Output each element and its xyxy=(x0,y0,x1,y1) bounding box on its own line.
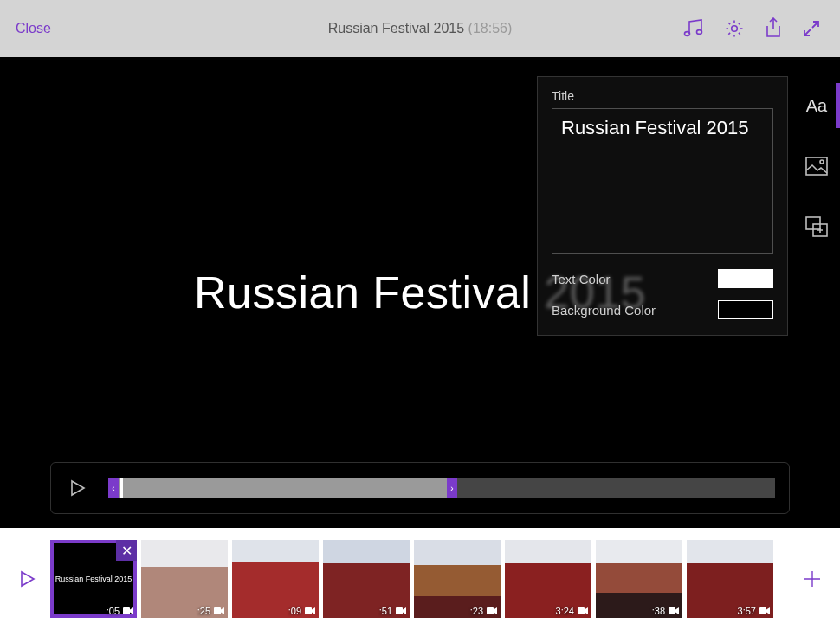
plus-icon xyxy=(802,569,823,589)
clip-meta: :38 xyxy=(652,606,679,616)
clip-duration: 3:24 xyxy=(556,606,574,616)
clip-duration: :05 xyxy=(107,606,120,616)
preview-play-button[interactable] xyxy=(65,475,91,501)
scrubber-track[interactable]: ‹ › xyxy=(108,478,775,498)
project-duration: (18:56) xyxy=(468,21,513,35)
timeline: ✕Russian Festival 2015:05:25:09:51:233:2… xyxy=(0,528,840,630)
clip-meta: :05 xyxy=(107,606,133,616)
video-icon xyxy=(305,606,315,616)
text-tool-icon: Aa xyxy=(806,96,827,116)
chevron-left-icon: ‹ xyxy=(112,484,114,493)
play-icon xyxy=(70,479,86,497)
trim-handle-right[interactable]: › xyxy=(447,478,457,498)
video-icon xyxy=(396,606,406,616)
video-icon xyxy=(214,606,224,616)
clip[interactable]: ✕Russian Festival 2015:05 xyxy=(50,540,137,618)
text-color-swatch[interactable] xyxy=(718,269,773,288)
svg-rect-7 xyxy=(123,608,130,614)
clip[interactable]: 3:57 xyxy=(687,540,773,618)
title-input[interactable] xyxy=(552,108,773,254)
clip-strip: ✕Russian Festival 2015:05:25:09:51:233:2… xyxy=(50,540,798,618)
svg-rect-9 xyxy=(305,608,312,614)
add-clip-button[interactable] xyxy=(798,565,826,593)
music-icon[interactable] xyxy=(682,18,705,39)
clip-meta: :51 xyxy=(379,606,406,616)
svg-rect-11 xyxy=(487,608,494,614)
trim-handle-left[interactable]: ‹ xyxy=(108,478,119,498)
clip[interactable]: :09 xyxy=(232,540,319,618)
clip-duration: :09 xyxy=(288,606,301,616)
playhead[interactable] xyxy=(120,478,123,498)
svg-rect-10 xyxy=(396,608,403,614)
background-color-swatch[interactable] xyxy=(718,300,773,319)
clip-meta: 3:57 xyxy=(738,606,770,616)
clip-duration: 3:57 xyxy=(738,606,756,616)
clip-meta: :09 xyxy=(288,606,315,616)
svg-rect-14 xyxy=(759,608,766,614)
svg-rect-3 xyxy=(806,158,827,175)
close-button[interactable]: Close xyxy=(16,21,51,36)
delete-clip-button[interactable]: ✕ xyxy=(116,540,137,561)
background-color-label: Background Color xyxy=(552,303,656,318)
clip-duration: :23 xyxy=(470,606,483,616)
clip-duration: :38 xyxy=(652,606,665,616)
trim-range xyxy=(117,478,450,498)
expand-icon[interactable] xyxy=(802,19,821,38)
add-layer-icon xyxy=(805,216,828,237)
chevron-right-icon: › xyxy=(450,484,453,493)
overlay-tool[interactable] xyxy=(793,209,840,244)
video-icon xyxy=(669,606,679,616)
picture-icon xyxy=(805,157,828,176)
clip-meta: 3:24 xyxy=(556,606,588,616)
project-title-text: Russian Festival 2015 xyxy=(328,21,464,35)
clip[interactable]: :51 xyxy=(323,540,410,618)
clip-meta: :25 xyxy=(197,606,224,616)
video-icon xyxy=(487,606,497,616)
toolbar-actions xyxy=(682,17,821,40)
clip[interactable]: :38 xyxy=(596,540,682,618)
clip-duration: :51 xyxy=(379,606,392,616)
timeline-play-button[interactable] xyxy=(14,565,42,593)
preview-area: Russian Festival 2015 Title Text Color B… xyxy=(0,57,840,528)
clip-meta: :23 xyxy=(470,606,497,616)
play-icon xyxy=(20,570,36,588)
toolbar: Close Russian Festival 2015 (18:56) xyxy=(0,0,840,57)
clip[interactable]: :25 xyxy=(141,540,228,618)
text-color-label: Text Color xyxy=(552,272,611,286)
title-inspector-panel: Title Text Color Background Color xyxy=(537,76,788,336)
video-icon xyxy=(123,606,133,616)
media-tool[interactable] xyxy=(793,149,840,183)
clip[interactable]: 3:24 xyxy=(505,540,591,618)
video-icon xyxy=(578,606,588,616)
svg-rect-13 xyxy=(669,608,675,614)
text-tool[interactable]: Aa xyxy=(793,88,840,123)
svg-rect-8 xyxy=(214,608,221,614)
scrubber: ‹ › xyxy=(50,462,790,514)
svg-point-4 xyxy=(820,160,824,164)
svg-point-2 xyxy=(732,26,738,32)
svg-rect-12 xyxy=(578,608,585,614)
clip-title-label: Russian Festival 2015 xyxy=(50,575,137,583)
share-icon[interactable] xyxy=(764,17,783,40)
title-field-label: Title xyxy=(552,89,773,103)
clip[interactable]: :23 xyxy=(414,540,501,618)
tool-strip: Aa xyxy=(793,76,840,244)
clip-duration: :25 xyxy=(197,606,210,616)
gear-icon[interactable] xyxy=(724,18,745,39)
video-icon xyxy=(759,606,770,616)
